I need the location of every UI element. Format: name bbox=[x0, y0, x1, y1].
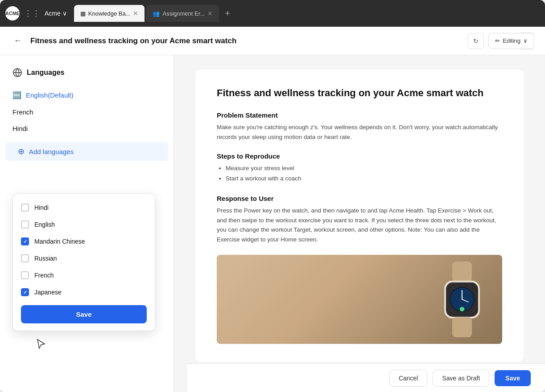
lang-item-french-label: French bbox=[12, 108, 33, 116]
step-1: Measure your stress level bbox=[226, 163, 502, 174]
language-panel-header: Languages bbox=[0, 55, 173, 83]
acme-workspace-menu[interactable]: Acme ∨ bbox=[45, 10, 67, 17]
dropdown-item-english[interactable]: English bbox=[13, 216, 155, 233]
russian-checkbox[interactable] bbox=[21, 254, 29, 262]
russian-label: Russian bbox=[34, 255, 57, 262]
dropdown-item-hindi[interactable]: Hindi bbox=[13, 199, 155, 216]
top-bar: ← Fitness and wellness tracking on your … bbox=[0, 27, 545, 55]
problem-statement-heading: Problem Statement bbox=[217, 111, 502, 119]
mandarin-label: Mandarin Chinese bbox=[34, 238, 85, 245]
steps-list: Measure your stress level Start a workou… bbox=[217, 163, 502, 184]
acme-logo: ACME bbox=[5, 6, 20, 20]
japanese-checkbox[interactable] bbox=[21, 288, 29, 296]
save-draft-button[interactable]: Save as Draft bbox=[433, 370, 489, 387]
ae-tab-icon: 👥 bbox=[153, 10, 160, 17]
content-area: Languages 🔤 English(Default) French Hind… bbox=[0, 55, 545, 392]
hindi-checkbox[interactable] bbox=[21, 204, 29, 212]
refresh-icon: ↻ bbox=[473, 37, 479, 45]
lang-item-english[interactable]: 🔤 English(Default) bbox=[0, 86, 173, 104]
french-label: French bbox=[34, 272, 54, 279]
chevron-down-icon: ∨ bbox=[62, 10, 67, 17]
kb-tab-label: Knowledge Ba... bbox=[88, 10, 131, 17]
add-languages-label: Add languages bbox=[29, 148, 74, 155]
svg-point-9 bbox=[460, 307, 464, 311]
dropdown-save-button[interactable]: Save bbox=[21, 305, 147, 323]
cancel-button[interactable]: Cancel bbox=[389, 370, 428, 387]
article-image bbox=[217, 255, 502, 344]
dropdown-item-french[interactable]: French bbox=[13, 267, 155, 284]
lang-item-hindi[interactable]: Hindi bbox=[0, 120, 173, 137]
tab-knowledge-base[interactable]: ▦ Knowledge Ba... ✕ bbox=[74, 5, 145, 22]
article-title: Fitness and wellness tracking on your Ac… bbox=[217, 87, 502, 99]
language-panel: Languages 🔤 English(Default) French Hind… bbox=[0, 55, 174, 392]
svg-rect-2 bbox=[452, 261, 472, 282]
back-button[interactable]: ← bbox=[11, 34, 25, 48]
languages-title: Languages bbox=[27, 69, 64, 77]
article-card: Fitness and wellness tracking on your Ac… bbox=[195, 69, 524, 362]
pencil-icon: ✏ bbox=[495, 37, 500, 44]
translate-icon: 🔤 bbox=[12, 91, 21, 99]
svg-rect-10 bbox=[452, 317, 472, 337]
ae-tab-label: Assignment Er... bbox=[162, 10, 205, 17]
language-list: 🔤 English(Default) French Hindi bbox=[0, 83, 173, 140]
language-dropdown: Hindi English Mandarin Chinese Russian F… bbox=[12, 193, 155, 331]
app-menu-icon[interactable]: ⋮⋮ bbox=[24, 8, 40, 18]
main-content: Fitness and wellness tracking on your Ac… bbox=[174, 55, 545, 392]
english-checkbox[interactable] bbox=[21, 220, 29, 229]
lang-item-hindi-label: Hindi bbox=[12, 125, 28, 132]
editing-label: Editing bbox=[503, 37, 520, 44]
refresh-button[interactable]: ↻ bbox=[468, 33, 484, 49]
add-icon: ⊕ bbox=[18, 147, 25, 156]
globe-icon bbox=[12, 68, 22, 78]
kb-tab-close-icon[interactable]: ✕ bbox=[133, 10, 138, 16]
browser-chrome: ACME ⋮⋮ Acme ∨ ▦ Knowledge Ba... ✕ 👥 Ass… bbox=[0, 0, 545, 27]
watch-svg bbox=[435, 259, 489, 339]
ae-tab-close-icon[interactable]: ✕ bbox=[207, 10, 213, 16]
new-tab-button[interactable]: + bbox=[221, 7, 234, 20]
dropdown-item-russian[interactable]: Russian bbox=[13, 250, 155, 267]
dropdown-item-mandarin[interactable]: Mandarin Chinese bbox=[13, 233, 155, 250]
mandarin-checkbox[interactable] bbox=[21, 237, 29, 245]
editing-button[interactable]: ✏ Editing ∨ bbox=[488, 33, 534, 49]
response-heading: Response to User bbox=[217, 195, 502, 202]
tabs-container: ▦ Knowledge Ba... ✕ 👥 Assignment Er... ✕… bbox=[74, 5, 540, 22]
japanese-label: Japanese bbox=[34, 289, 62, 296]
lang-item-english-label: English(Default) bbox=[26, 91, 74, 99]
app-wrapper: ← Fitness and wellness tracking on your … bbox=[0, 27, 545, 392]
dropdown-item-japanese[interactable]: Japanese bbox=[13, 284, 155, 301]
save-button[interactable]: Save bbox=[495, 370, 531, 386]
problem-statement-text: Make sure you're catching enough z's. Yo… bbox=[217, 122, 502, 142]
response-text: Press the Power key on the watch, and th… bbox=[217, 206, 502, 244]
add-languages-button[interactable]: ⊕ Add languages bbox=[5, 142, 168, 161]
english-label: English bbox=[34, 221, 55, 228]
top-bar-right: ↻ ✏ Editing ∨ bbox=[468, 33, 534, 49]
hindi-label: Hindi bbox=[34, 204, 49, 211]
step-2: Start a workout with a coach bbox=[226, 174, 502, 184]
french-checkbox[interactable] bbox=[21, 271, 29, 279]
steps-heading: Steps to Reproduce bbox=[217, 152, 502, 160]
kb-tab-icon: ▦ bbox=[80, 10, 86, 17]
page-title: Fitness and wellness tracking on your Ac… bbox=[30, 37, 512, 45]
editing-chevron-icon: ∨ bbox=[523, 37, 528, 44]
lang-item-french[interactable]: French bbox=[0, 104, 173, 120]
tab-assignment[interactable]: 👥 Assignment Er... ✕ bbox=[146, 5, 219, 22]
bottom-bar: Cancel Save as Draft Save bbox=[187, 363, 545, 392]
